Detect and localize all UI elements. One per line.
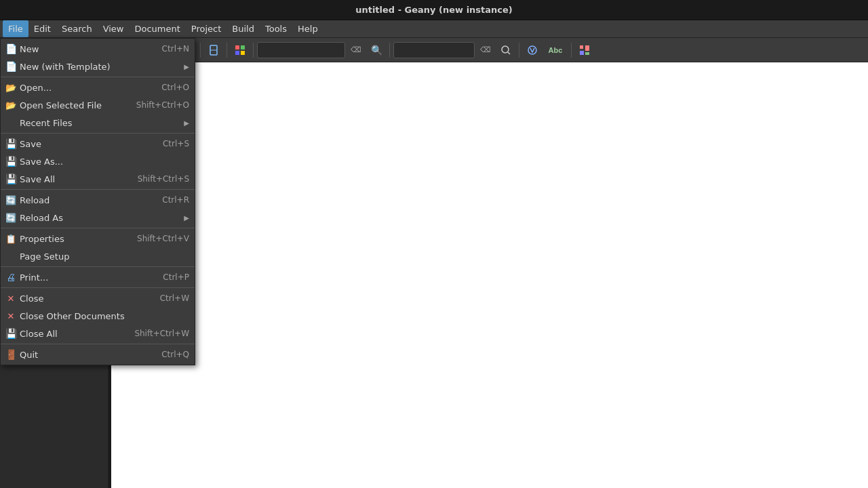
svg-rect-10	[235, 45, 239, 49]
page-setup-icon	[5, 250, 17, 262]
title-bar: untitled - Geany (new instance)	[0, 0, 868, 20]
menu-item-close-label: Close	[20, 293, 153, 304]
menu-item-new-label: New	[20, 44, 155, 54]
menu-item-save-all-shortcut: Shift+Ctrl+S	[138, 174, 189, 184]
menu-search[interactable]: Search	[56, 20, 98, 37]
menu-item-save[interactable]: 💾 Save Ctrl+S	[1, 135, 195, 152]
menu-item-properties-shortcut: Shift+Ctrl+V	[137, 234, 189, 243]
menu-item-save-as-label: Save As...	[20, 157, 189, 167]
menu-item-save-as[interactable]: 💾 Save As...	[1, 152, 195, 170]
svg-rect-12	[235, 51, 239, 55]
menu-item-close-all[interactable]: 💾 Close All Shift+Ctrl+W	[1, 325, 195, 342]
separator-4	[1, 228, 195, 228]
menu-item-open-label: Open...	[20, 83, 155, 93]
recent-arrow-icon: ▶	[184, 119, 189, 127]
find-prev-button[interactable]: ⌫	[476, 41, 495, 60]
search-input[interactable]	[257, 42, 345, 58]
menu-file[interactable]: File	[3, 20, 28, 37]
menu-item-recent[interactable]: Recent Files ▶	[1, 114, 195, 131]
toolbar-spellcheck-button[interactable]: Abc	[543, 41, 568, 60]
menu-item-reload-shortcut: Ctrl+R	[162, 195, 189, 205]
find-input[interactable]	[393, 42, 475, 58]
svg-rect-19	[580, 51, 584, 55]
toolbar-sep-5	[253, 43, 254, 58]
menu-item-reload-as[interactable]: 🔄 Reload As ▶	[1, 209, 195, 226]
menu-item-reload-as-label: Reload As	[20, 213, 184, 223]
new-template-arrow-icon: ▶	[184, 63, 189, 70]
menu-item-properties[interactable]: 📋 Properties Shift+Ctrl+V	[1, 230, 195, 247]
toolbar-sep-8	[571, 43, 572, 58]
toolbar-bookmarks-button[interactable]	[204, 41, 223, 60]
recent-icon	[5, 117, 17, 129]
menu-build[interactable]: Build	[226, 20, 260, 37]
menu-item-quit-shortcut: Ctrl+Q	[161, 350, 189, 359]
toolbar-prefs-button[interactable]	[575, 41, 594, 60]
menu-item-save-shortcut: Ctrl+S	[163, 139, 189, 148]
search-clear-button[interactable]: ⌫	[347, 41, 366, 60]
save-icon: 💾	[5, 138, 17, 150]
reload-as-arrow-icon: ▶	[184, 214, 189, 222]
toolbar-color-button[interactable]	[231, 41, 250, 60]
menu-item-close-all-shortcut: Shift+Ctrl+W	[134, 329, 189, 338]
title-text: untitled - Geany (new instance)	[355, 5, 513, 15]
menu-item-open[interactable]: 📂 Open... Ctrl+O	[1, 79, 195, 96]
svg-rect-13	[241, 51, 245, 55]
find-prev-icon: ⌫	[480, 45, 491, 54]
open-selected-icon: 📂	[5, 99, 17, 111]
find-next-button[interactable]	[496, 41, 515, 60]
file-menu-dropdown: 📄 New Ctrl+N 📄 New (with Template) ▶ 📂 O…	[0, 38, 195, 365]
menu-item-save-all[interactable]: 💾 Save All Shift+Ctrl+S	[1, 170, 195, 188]
menu-item-properties-label: Properties	[20, 234, 130, 244]
new-template-icon: 📄	[5, 60, 17, 73]
menu-view[interactable]: View	[98, 20, 130, 37]
close-icon: ✕	[5, 292, 17, 304]
svg-point-14	[502, 46, 509, 53]
save-as-icon: 💾	[5, 155, 17, 167]
menu-item-print[interactable]: 🖨 Print... Ctrl+P	[1, 268, 195, 286]
svg-rect-18	[585, 45, 589, 51]
menu-project[interactable]: Project	[186, 20, 226, 37]
menu-item-quit[interactable]: 🚪 Quit Ctrl+Q	[1, 346, 195, 363]
svg-rect-11	[241, 45, 245, 49]
search-icon: 🔍	[371, 45, 382, 56]
menu-document[interactable]: Document	[129, 20, 185, 37]
menu-item-new[interactable]: 📄 New Ctrl+N	[1, 40, 195, 58]
menu-item-close-other-label: Close Other Documents	[20, 311, 189, 321]
menu-item-reload[interactable]: 🔄 Reload Ctrl+R	[1, 191, 195, 209]
menu-item-save-all-label: Save All	[20, 174, 131, 184]
menu-tools[interactable]: Tools	[260, 20, 292, 37]
print-icon: 🖨	[5, 271, 17, 283]
toolbar-sep-7	[519, 43, 519, 58]
search-go-button[interactable]: 🔍	[367, 41, 386, 60]
menu-item-save-label: Save	[20, 139, 156, 149]
svg-line-15	[508, 52, 510, 54]
reload-icon: 🔄	[5, 194, 17, 206]
svg-rect-17	[580, 45, 583, 49]
menu-item-open-selected[interactable]: 📂 Open Selected File Shift+Ctrl+O	[1, 96, 195, 114]
menu-item-close-shortcut: Ctrl+W	[160, 293, 189, 303]
menu-item-close-all-label: Close All	[20, 329, 127, 339]
menu-item-page-setup-label: Page Setup	[20, 251, 189, 262]
toolbar-sep-4	[226, 43, 227, 58]
separator-1	[1, 77, 195, 77]
spellcheck-icon: Abc	[549, 46, 563, 54]
separator-3	[1, 189, 195, 190]
menu-edit[interactable]: Edit	[28, 20, 56, 37]
quit-icon: 🚪	[5, 348, 17, 361]
menu-item-close-other[interactable]: ✕ Close Other Documents	[1, 307, 195, 325]
menu-item-quit-label: Quit	[20, 350, 155, 360]
menu-item-page-setup[interactable]: Page Setup	[1, 247, 195, 265]
menu-item-open-selected-label: Open Selected File	[20, 100, 130, 110]
separator-2	[1, 133, 195, 134]
toolbar-sep-6	[389, 43, 390, 58]
menu-item-new-template[interactable]: 📄 New (with Template) ▶	[1, 58, 195, 75]
toolbar-macro-button[interactable]	[523, 41, 542, 60]
new-file-icon: 📄	[5, 43, 17, 55]
menu-help[interactable]: Help	[292, 20, 323, 37]
separator-5	[1, 266, 195, 267]
editor-area[interactable]	[111, 62, 868, 488]
menu-item-close[interactable]: ✕ Close Ctrl+W	[1, 289, 195, 307]
menu-item-new-shortcut: Ctrl+N	[162, 44, 189, 54]
separator-7	[1, 344, 195, 344]
menu-item-print-label: Print...	[20, 272, 156, 283]
